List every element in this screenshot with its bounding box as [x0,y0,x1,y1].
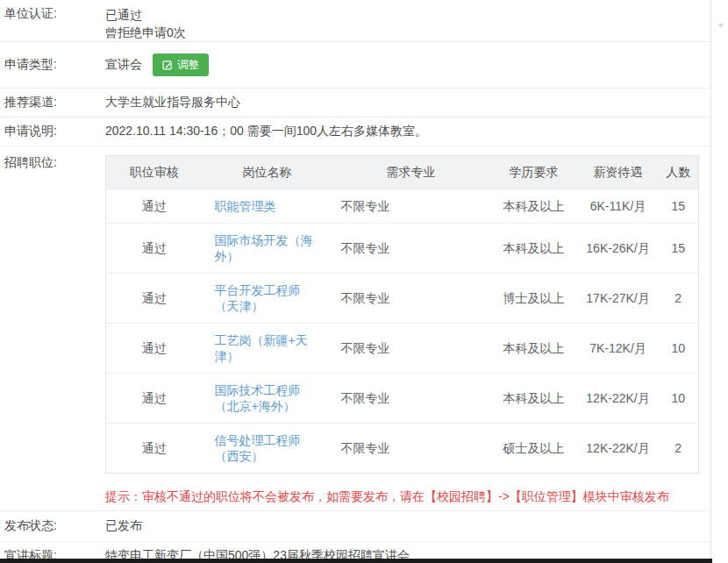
job-title-link[interactable]: 国际市场开发（海外） [215,233,313,263]
apply-note-value: 2022.10.11 14:30-16；00 需要一间100人左右多媒体教室。 [105,124,710,139]
apply-note-label: 申请说明: [0,124,105,139]
positions-table: 职位审核 岗位名称 需求专业 学历要求 薪资待遇 人数 通过 职能管理类 不限专 [105,155,699,474]
table-row: 通过 国际技术工程师（北京+海外） 不限专业 本科及以上 12K-22K/月 1… [106,374,699,424]
job-title-link[interactable]: 平台开发工程师（天津） [215,283,301,313]
audit-publish-hint: 提示：审核不通过的职位将不会被发布，如需要发布，请在【校园招聘】->【职位管理】… [105,488,700,505]
table-row: 通过 平台开发工程师（天津） 不限专业 博士及以上 17K-27K/月 2 [106,274,699,324]
required-major: 不限专业 [332,424,490,474]
column-header-name: 岗位名称 [203,156,332,189]
required-major: 不限专业 [332,189,490,224]
required-major: 不限专业 [332,374,490,424]
headcount: 15 [659,224,699,274]
unit-certification-reject-count: 曾拒绝申请0次 [105,24,700,41]
application-detail-page: 单位认证: 已通过 曾拒绝申请0次 申请类型: 宣讲会 调整 [0,0,728,563]
field-unit-certification: 单位认证: 已通过 曾拒绝申请0次 [0,0,710,42]
recommend-channel-value: 大学生就业指导服务中心 [105,95,710,110]
salary-range: 6K-11K/月 [578,189,659,224]
salary-range: 7K-12K/月 [578,324,659,374]
job-title-link[interactable]: 国际技术工程师（北京+海外） [215,383,301,413]
degree-requirement: 硕士及以上 [490,424,578,474]
headcount: 15 [659,189,699,224]
field-apply-type: 申请类型: 宣讲会 调整 [0,42,710,89]
degree-requirement: 博士及以上 [490,274,578,324]
unit-certification-status: 已通过 [105,6,700,24]
table-row: 通过 工艺岗（新疆+天津） 不限专业 本科及以上 7K-12K/月 10 [106,324,699,374]
degree-requirement: 本科及以上 [490,324,578,374]
recruit-positions-value: 职位审核 岗位名称 需求专业 学历要求 薪资待遇 人数 通过 职能管理类 不限专 [105,155,710,509]
field-recommend-channel: 推荐渠道: 大学生就业指导服务中心 [0,89,710,118]
job-title-link[interactable]: 信号处理工程师（西安） [215,433,301,463]
column-header-salary: 薪资待遇 [578,156,659,189]
job-title-link[interactable]: 职能管理类 [215,199,276,213]
salary-range: 12K-22K/月 [578,424,659,474]
job-title-link[interactable]: 工艺岗（新疆+天津） [215,333,308,363]
required-major: 不限专业 [332,324,490,374]
audit-status: 通过 [106,224,203,274]
column-header-count: 人数 [659,156,699,189]
column-header-audit: 职位审核 [106,156,203,189]
required-major: 不限专业 [332,224,490,274]
edit-icon [162,60,173,70]
headcount: 10 [659,324,699,374]
headcount: 10 [659,374,699,424]
audit-status: 通过 [106,274,203,324]
required-major: 不限专业 [332,274,490,324]
salary-range: 17K-27K/月 [578,274,659,324]
detail-panel: 单位认证: 已通过 曾拒绝申请0次 申请类型: 宣讲会 调整 [0,0,711,563]
headcount: 2 [659,424,699,474]
bottom-edge-bar [0,559,712,563]
table-header-row: 职位审核 岗位名称 需求专业 学历要求 薪资待遇 人数 [106,156,699,189]
recruit-positions-label: 招聘职位: [0,155,105,171]
audit-status: 通过 [106,374,203,424]
salary-range: 16K-26K/月 [578,224,659,274]
column-header-major: 需求专业 [332,156,490,189]
table-row: 通过 国际市场开发（海外） 不限专业 本科及以上 16K-26K/月 15 [106,224,699,274]
unit-certification-label: 单位认证: [0,6,105,41]
audit-status: 通过 [106,189,203,224]
adjust-button-label: 调整 [177,59,199,71]
publish-status-value: 已发布 [105,518,710,534]
field-apply-note: 申请说明: 2022.10.11 14:30-16；00 需要一间100人左右多… [0,118,710,146]
recommend-channel-label: 推荐渠道: [0,95,105,110]
corner-mark-icon: ✳ [717,21,724,30]
degree-requirement: 本科及以上 [490,224,578,274]
apply-type-label: 申请类型: [0,57,105,73]
right-gutter: ✳ [712,0,728,563]
unit-certification-value: 已通过 曾拒绝申请0次 [105,6,710,41]
field-publish-status: 发布状态: 已发布 [0,511,710,542]
field-recruit-positions: 招聘职位: 职位审核 岗位名称 需求专业 学历要求 薪资待遇 人数 [0,146,710,511]
adjust-button[interactable]: 调整 [153,53,209,76]
audit-status: 通过 [106,424,203,474]
degree-requirement: 本科及以上 [490,374,578,424]
table-row: 通过 信号处理工程师（西安） 不限专业 硕士及以上 12K-22K/月 2 [106,424,699,474]
salary-range: 12K-22K/月 [578,374,659,424]
publish-status-label: 发布状态: [0,518,105,534]
column-header-degree: 学历要求 [490,156,578,189]
headcount: 2 [659,274,699,324]
apply-type-value: 宣讲会 [105,57,142,73]
audit-status: 通过 [106,324,203,374]
table-row: 通过 职能管理类 不限专业 本科及以上 6K-11K/月 15 [106,189,699,224]
degree-requirement: 本科及以上 [490,189,578,224]
